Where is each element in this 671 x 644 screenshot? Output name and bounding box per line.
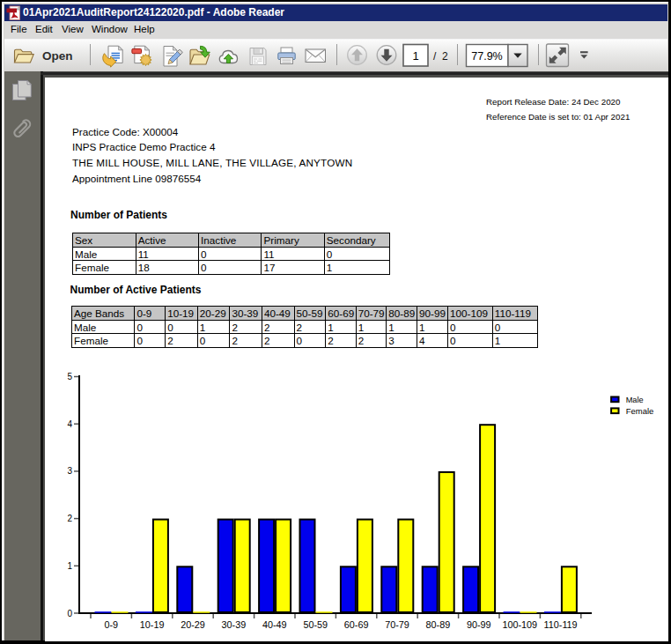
svg-text:10-19: 10-19 (140, 619, 165, 630)
svg-text:80-89: 80-89 (426, 619, 451, 630)
svg-text:4: 4 (67, 419, 72, 429)
svg-text:50-59: 50-59 (303, 619, 328, 630)
svg-text:Male: Male (626, 396, 644, 404)
svg-text:30-39: 30-39 (222, 619, 247, 630)
svg-text:100-109: 100-109 (502, 619, 537, 630)
svg-text:70-79: 70-79 (385, 619, 409, 630)
svg-text:60-69: 60-69 (344, 619, 369, 630)
svg-text:77.9%: 77.9% (471, 50, 502, 63)
svg-text:0-9: 0-9 (104, 619, 118, 630)
svg-text:Female: Female (626, 406, 654, 416)
svg-text:20-29: 20-29 (181, 619, 205, 630)
svg-text:5: 5 (67, 372, 72, 381)
svg-text:1: 1 (412, 49, 418, 63)
svg-text:0: 0 (67, 609, 72, 618)
svg-text:2: 2 (67, 514, 72, 523)
svg-text:1: 1 (67, 561, 72, 571)
svg-text:3: 3 (67, 466, 72, 476)
svg-text:40-49: 40-49 (262, 619, 287, 630)
svg-text:90-99: 90-99 (467, 619, 491, 630)
svg-text:110-119: 110-119 (544, 619, 578, 630)
